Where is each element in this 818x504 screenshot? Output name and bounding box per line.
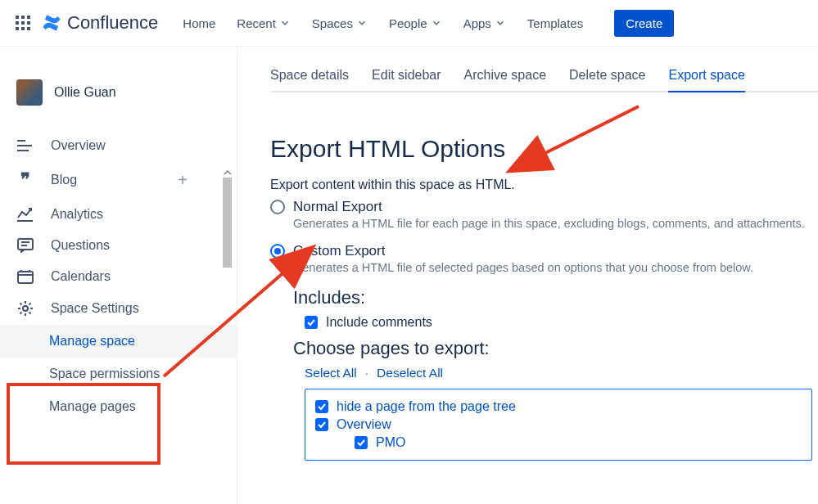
svg-rect-16 [18,272,33,283]
checkbox-checked-icon [355,436,368,449]
page-row-overview[interactable]: Overview [315,417,802,432]
tab-space-details[interactable]: Space details [270,68,349,84]
page-tree-box: hide a page from the page tree Overview … [305,389,812,461]
deselect-all-link[interactable]: Deselect All [377,366,443,380]
svg-rect-5 [27,21,30,25]
nav-home[interactable]: Home [183,16,215,30]
questions-icon [16,238,34,253]
chevron-down-icon [356,17,368,29]
tab-edit-sidebar[interactable]: Edit sidebar [372,68,441,84]
sidebar-item-analytics[interactable]: Analytics [0,199,237,230]
tab-delete-space[interactable]: Delete space [569,68,645,84]
custom-export-desc: Generates a HTML file of selected pages … [293,261,818,274]
page-row-pmo[interactable]: PMO [355,435,802,450]
chevron-down-icon [495,17,506,29]
calendar-icon [16,269,34,284]
svg-rect-13 [18,239,33,250]
svg-rect-3 [16,21,19,25]
svg-rect-2 [27,16,30,19]
tab-archive-space[interactable]: Archive space [464,68,547,84]
scrollbar-thumb[interactable] [223,178,232,268]
page-row-hide[interactable]: hide a page from the page tree [315,399,802,414]
page-title: Export HTML Options [270,135,818,163]
svg-rect-1 [21,16,25,19]
normal-export-desc: Generates a HTML file for each page in t… [293,217,818,230]
include-comments-row[interactable]: Include comments [305,315,818,330]
user-row[interactable]: Ollie Guan [0,79,237,130]
radio-custom-export[interactable]: Custom Export [270,243,818,259]
sidebar-item-overview[interactable]: Overview [0,130,237,161]
create-button[interactable]: Create [614,10,674,37]
sidebar-item-blog[interactable]: ❞ Blog + [0,161,237,199]
svg-rect-7 [21,27,25,30]
overview-icon [16,139,34,152]
brand-label: Confluence [67,12,158,34]
page-subtitle: Export content within this space as HTML… [270,178,818,192]
svg-rect-0 [16,16,19,19]
top-nav: Confluence Home Recent Spaces People App… [0,0,818,47]
user-name: Ollie Guan [54,85,116,100]
add-blog-icon[interactable]: + [178,171,220,190]
sidebar-item-space-settings[interactable]: Space Settings [0,292,237,325]
sidebar: Ollie Guan Overview ❞ Blog + Analytics Q… [0,47,237,504]
nav-recent[interactable]: Recent [237,16,291,30]
sidebar-item-questions[interactable]: Questions [0,230,237,261]
app-switcher-icon[interactable] [13,13,33,33]
chevron-down-icon [431,17,442,29]
analytics-icon [16,207,34,222]
sidebar-sub-manage-pages[interactable]: Manage pages [0,390,237,423]
nav-spaces[interactable]: Spaces [312,16,368,30]
nav-apps[interactable]: Apps [463,16,506,30]
radio-normal-export[interactable]: Normal Export [270,199,818,215]
gear-icon [16,300,34,317]
space-tabs: Space details Edit sidebar Archive space… [270,68,818,92]
nav-items: Home Recent Spaces People Apps Templates [183,16,583,30]
scroll-up-icon[interactable] [223,168,232,177]
avatar [16,79,43,106]
sidebar-sub-manage-space[interactable]: Manage space [0,325,237,358]
checkbox-checked-icon [305,316,318,329]
confluence-icon [41,12,62,34]
separator-dot: · [365,366,368,380]
checkbox-checked-icon [315,418,328,431]
svg-point-20 [23,306,28,311]
includes-heading: Includes: [293,287,818,308]
sidebar-sub-space-permissions[interactable]: Space permissions [0,358,237,390]
svg-rect-4 [21,21,25,25]
nav-people[interactable]: People [389,16,442,30]
nav-templates[interactable]: Templates [527,16,583,30]
checkbox-checked-icon [315,400,328,413]
tab-export-space[interactable]: Export space [668,68,744,92]
svg-rect-8 [27,27,30,30]
confluence-logo[interactable]: Confluence [41,12,158,34]
blog-icon: ❞ [16,169,34,191]
radio-checked-icon [270,244,285,259]
sidebar-item-calendars[interactable]: Calendars [0,261,237,292]
choose-pages-heading: Choose pages to export: [293,338,818,359]
svg-rect-6 [16,27,19,30]
main-content: Space details Edit sidebar Archive space… [237,47,818,504]
radio-unchecked-icon [270,200,285,214]
select-all-link[interactable]: Select All [305,366,357,380]
chevron-down-icon [279,17,291,29]
